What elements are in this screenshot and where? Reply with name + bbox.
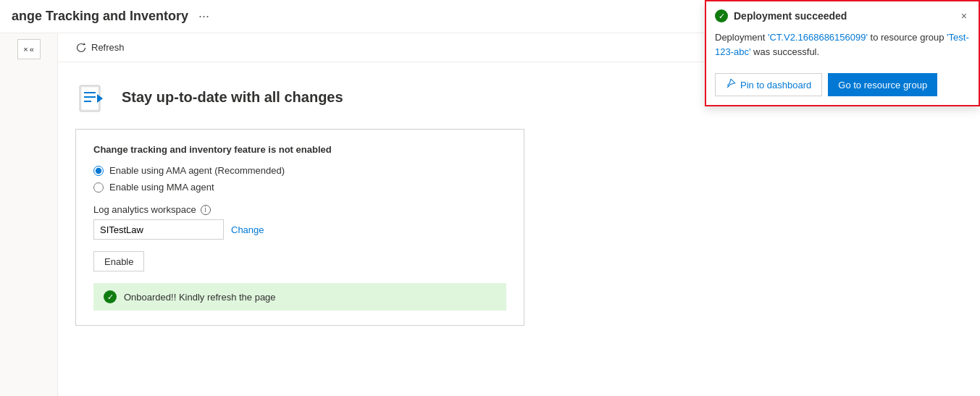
notification-actions: Pin to dashboard Go to resource group: [706, 67, 979, 105]
go-to-resource-group-button[interactable]: Go to resource group: [828, 73, 937, 96]
field-label: Log analytics workspace i: [93, 204, 506, 215]
refresh-button[interactable]: Refresh: [70, 39, 130, 56]
success-banner: ✓ Onboarded!! Kindly refresh the page: [93, 283, 506, 311]
change-link[interactable]: Change: [231, 224, 264, 235]
chevron-icon: «: [30, 45, 34, 54]
radio-group: Enable using AMA agent (Recommended) Ena…: [93, 165, 506, 193]
notification-body: Deployment 'CT.V2.1668686156099' to reso…: [706, 28, 979, 67]
enable-button[interactable]: Enable: [93, 251, 144, 271]
pin-to-dashboard-button[interactable]: Pin to dashboard: [715, 73, 822, 96]
success-message: Onboarded!! Kindly refresh the page: [124, 292, 276, 303]
ellipsis: ···: [198, 9, 209, 24]
notification-body-line3: was successful.: [750, 46, 819, 57]
radio-mma-input[interactable]: [93, 182, 104, 193]
page-body: Stay up-to-date with all changes Change …: [58, 62, 980, 396]
radio-ama-label: Enable using AMA agent (Recommended): [109, 165, 285, 176]
sidebar-close-button[interactable]: × «: [17, 39, 41, 59]
svg-rect-1: [81, 87, 99, 110]
info-icon[interactable]: i: [201, 205, 211, 215]
radio-ama[interactable]: Enable using AMA agent (Recommended): [93, 165, 506, 176]
success-check-icon: ✓: [104, 290, 117, 303]
notification-title-row: ✓ Deployment succeeded: [715, 9, 847, 22]
page-header-title: Stay up-to-date with all changes: [122, 89, 343, 106]
radio-mma[interactable]: Enable using MMA agent: [93, 182, 506, 193]
notification-success-icon: ✓: [715, 9, 728, 22]
radio-ama-input[interactable]: [93, 166, 104, 176]
close-icon: ×: [23, 45, 28, 54]
sidebar: × «: [0, 33, 58, 396]
page-title: ange Tracking and Inventory: [12, 9, 188, 24]
notification-popup: ✓ Deployment succeeded × Deployment 'CT.…: [705, 0, 980, 106]
notification-close-button[interactable]: ×: [958, 9, 970, 23]
deployment-id-link[interactable]: 'CT.V2.1668686156099': [768, 32, 868, 43]
form-card-title: Change tracking and inventory feature is…: [93, 144, 506, 155]
notification-body-line1: Deployment: [715, 32, 768, 43]
notification-body-line2: to resource group: [868, 32, 947, 43]
page-wrapper: ange Tracking and Inventory ··· × «: [0, 0, 980, 396]
notification-header: ✓ Deployment succeeded ×: [706, 1, 979, 28]
pin-to-dashboard-label: Pin to dashboard: [740, 80, 811, 90]
field-label-text: Log analytics workspace: [93, 204, 196, 215]
tracking-icon: [75, 80, 110, 114]
radio-mma-label: Enable using MMA agent: [109, 182, 214, 193]
notification-title: Deployment succeeded: [734, 10, 847, 22]
pin-icon: [726, 79, 736, 91]
svg-line-6: [727, 85, 729, 88]
form-card: Change tracking and inventory feature is…: [75, 129, 524, 326]
workspace-input[interactable]: [93, 219, 224, 240]
workspace-row: Change: [93, 219, 506, 240]
refresh-label: Refresh: [91, 42, 125, 53]
refresh-icon: [75, 42, 87, 54]
